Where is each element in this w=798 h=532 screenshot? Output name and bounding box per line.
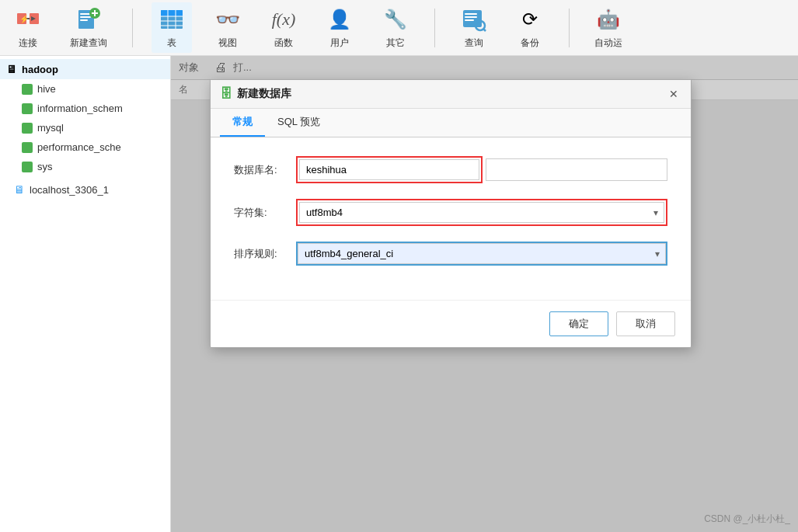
- user-label: 用户: [330, 37, 349, 50]
- svg-rect-13: [161, 10, 183, 16]
- sidebar-item-performance-schema[interactable]: performance_sche: [0, 137, 170, 157]
- db-icon-info: [22, 103, 33, 114]
- sidebar-label-perf: performance_sche: [37, 141, 121, 153]
- db-icon-sys: [22, 162, 33, 172]
- view-label: 视图: [218, 37, 237, 50]
- auto-label: 自动运: [594, 37, 622, 50]
- toolbar-divider-1: [132, 9, 133, 47]
- sidebar: 🖥 hadoop hive information_schem mysql pe…: [0, 56, 171, 532]
- new-database-dialog: 🗄 新建数据库 ✕ 常规 SQL 预览 数据库名:: [210, 79, 692, 348]
- dialog-body: 数据库名: 字符集: u: [211, 137, 691, 300]
- other-icon: 🔧: [382, 5, 409, 33]
- svg-rect-6: [80, 13, 91, 15]
- toolbar-backup[interactable]: ⟳ 备份: [510, 2, 550, 53]
- toolbar-divider-3: [569, 9, 570, 47]
- tab-general-label: 常规: [232, 116, 253, 127]
- dialog-title: 🗄 新建数据库: [220, 87, 291, 101]
- svg-rect-21: [465, 16, 477, 18]
- sidebar-label-info: information_schem: [37, 103, 123, 114]
- sidebar-item-localhost[interactable]: 🖥 localhost_3306_1: [0, 179, 170, 200]
- toolbar-divider-2: [434, 9, 435, 47]
- form-row-collation: 排序规则: utf8mb4_general_ci ▾: [234, 242, 667, 266]
- new-query-label: 新建查询: [70, 37, 107, 50]
- svg-rect-7: [80, 16, 91, 18]
- sidebar-label-mysql: mysql: [37, 122, 64, 134]
- server-icon: 🖥: [6, 63, 17, 75]
- table-icon: [158, 5, 186, 33]
- form-row-dbname: 数据库名:: [234, 156, 667, 183]
- sidebar-item-mysql[interactable]: mysql: [0, 118, 170, 137]
- charset-select-container: utf8mb4 ▾: [299, 202, 664, 223]
- tab-sql-preview[interactable]: SQL 预览: [265, 109, 333, 137]
- sidebar-label-localhost: localhost_3306_1: [30, 184, 109, 196]
- db-name-highlight-box: [296, 156, 483, 183]
- table-label: 表: [167, 37, 176, 50]
- confirm-button[interactable]: 确定: [549, 311, 608, 336]
- tab-general[interactable]: 常规: [220, 109, 265, 137]
- other-label: 其它: [386, 37, 405, 50]
- toolbar-other[interactable]: 🔧 其它: [375, 2, 416, 53]
- localhost-icon: 🖥: [14, 183, 25, 196]
- dialog-footer: 确定 取消: [211, 300, 691, 347]
- toolbar: ⚡ 连接 新建查询: [0, 0, 798, 56]
- sidebar-label-hive: hive: [37, 83, 56, 95]
- charset-label: 字符集:: [234, 206, 296, 220]
- svg-text:⚡: ⚡: [19, 14, 30, 24]
- collation-label: 排序规则:: [234, 247, 296, 261]
- backup-icon: ⟳: [516, 5, 544, 33]
- toolbar-function[interactable]: f(x) 函数: [263, 2, 304, 53]
- dialog-title-icon: 🗄: [220, 87, 232, 101]
- content-area: 对象 🖨 打... 名 据长度 引擎 🗄 新建数据库 ✕: [171, 56, 798, 532]
- sidebar-item-hive[interactable]: hive: [0, 79, 170, 99]
- toolbar-auto[interactable]: 🤖 自动运: [588, 2, 629, 53]
- dialog-tabs: 常规 SQL 预览: [211, 109, 691, 137]
- toolbar-connect[interactable]: ⚡ 连接: [8, 2, 48, 53]
- db-icon-perf: [22, 142, 33, 153]
- sidebar-label-sys: sys: [37, 161, 53, 172]
- svg-rect-22: [465, 19, 474, 21]
- db-name-input-wrap: [296, 156, 667, 183]
- toolbar-new-query[interactable]: 新建查询: [64, 2, 113, 53]
- collation-select[interactable]: utf8mb4_general_ci: [298, 243, 666, 264]
- function-icon: f(x): [270, 5, 298, 33]
- toolbar-view[interactable]: 👓 视图: [207, 2, 248, 53]
- form-row-charset: 字符集: utf8mb4 ▾: [234, 199, 667, 226]
- toolbar-table[interactable]: 表: [152, 2, 192, 53]
- svg-rect-19: [463, 10, 482, 27]
- backup-label: 备份: [521, 37, 539, 50]
- charset-select[interactable]: utf8mb4: [299, 202, 664, 223]
- connect-label: 连接: [19, 37, 37, 50]
- toolbar-user[interactable]: 👤 用户: [319, 2, 360, 53]
- query-label: 查询: [465, 37, 483, 50]
- user-icon: 👤: [326, 5, 354, 33]
- db-icon-hive: [22, 84, 33, 95]
- tab-sql-preview-label: SQL 预览: [277, 116, 320, 127]
- svg-rect-8: [80, 19, 88, 21]
- db-icon-mysql: [22, 123, 33, 134]
- collation-select-wrap: utf8mb4_general_ci ▾: [296, 242, 667, 266]
- charset-select-wrap: utf8mb4 ▾: [296, 199, 667, 226]
- server-label: hadoop: [22, 64, 58, 75]
- sidebar-item-sys[interactable]: sys: [0, 157, 170, 176]
- query-icon: [460, 5, 488, 33]
- db-name-input[interactable]: [299, 159, 479, 180]
- svg-line-24: [483, 29, 486, 31]
- dialog-title-text: 新建数据库: [237, 87, 291, 101]
- db-name-label: 数据库名:: [234, 163, 296, 177]
- sidebar-item-information-schema[interactable]: information_schem: [0, 99, 170, 118]
- svg-rect-20: [465, 13, 477, 15]
- view-icon: 👓: [214, 5, 242, 33]
- collation-select-container: utf8mb4_general_ci ▾: [296, 242, 667, 266]
- charset-highlight-box: utf8mb4 ▾: [296, 199, 667, 226]
- main-area: 🖥 hadoop hive information_schem mysql pe…: [0, 56, 798, 532]
- cancel-button[interactable]: 取消: [616, 311, 675, 336]
- connect-icon: ⚡: [14, 5, 42, 33]
- function-label: 函数: [274, 37, 293, 50]
- auto-icon: 🤖: [594, 5, 622, 33]
- dialog-titlebar: 🗄 新建数据库 ✕: [211, 80, 691, 109]
- dialog-close-button[interactable]: ✕: [666, 86, 681, 102]
- toolbar-query[interactable]: 查询: [454, 2, 494, 53]
- new-query-icon: [75, 5, 103, 33]
- sidebar-server-hadoop[interactable]: 🖥 hadoop: [0, 59, 170, 79]
